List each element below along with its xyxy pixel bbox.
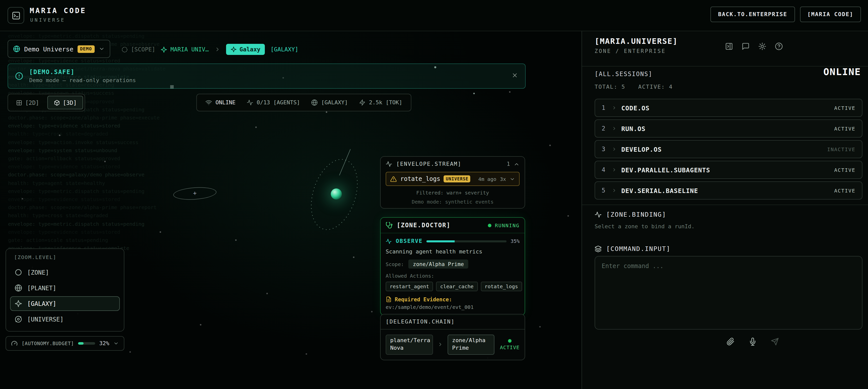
wifi-icon — [206, 99, 212, 106]
chevron-right-icon — [612, 188, 617, 193]
envelope-stream-header: [ENVELOPE.STREAM] 1 — [381, 157, 525, 171]
starfield — [0, 31, 0, 32]
event-time: 4m ago — [478, 176, 496, 182]
universe-select-label: Demo Universe — [24, 45, 73, 53]
help-icon[interactable] — [775, 42, 783, 50]
zone-binding-header: [ZONE.BINDING] — [595, 211, 666, 218]
status-level: [GALAXY] — [311, 99, 348, 106]
view-2d-button[interactable]: [2D] — [9, 96, 45, 109]
sessions-online-status: ONLINE — [824, 66, 861, 77]
breadcrumb-scope[interactable]: [SCOPE] — [121, 46, 155, 53]
chevron-down-icon[interactable] — [113, 340, 119, 346]
session-name: RUN.OS — [621, 125, 646, 132]
header-actions: BACK.TO.ENTERPRISE [MARIA CODE] — [711, 6, 861, 22]
chevron-right-icon — [612, 105, 617, 110]
envelope-count: 1 — [507, 161, 510, 167]
sparkle-icon — [161, 46, 167, 53]
autonomy-meter-fill — [78, 342, 84, 345]
collapse-sidebar-icon[interactable] — [725, 42, 733, 50]
zone-binding-hint: Select a zone to bind a runId. — [595, 223, 694, 230]
autonomy-percent: 32% — [99, 340, 109, 347]
cube-3d-icon — [54, 99, 60, 106]
chevron-right-icon — [612, 167, 617, 172]
terminal-icon — [11, 11, 21, 20]
session-row-dev-parallel-subagents[interactable]: 4 DEV.PARALLEL.SUBAGENTS ACTIVE — [595, 161, 863, 179]
delegation-to-chip[interactable]: zone/Alpha Prime — [447, 335, 494, 355]
breadcrumb-current-galaxy[interactable]: Galaxy — [226, 44, 265, 55]
envelope-filter-note: Filtered: warn+ severity — [381, 190, 525, 196]
microphone-icon[interactable] — [749, 338, 757, 346]
demo-banner-title: [DEMO.SAFE] — [29, 68, 136, 76]
universe-select[interactable]: Demo Universe DEMO — [7, 40, 110, 58]
session-row-run-os[interactable]: 2 RUN.OS ACTIVE — [595, 119, 863, 138]
gear-icon[interactable] — [758, 42, 766, 50]
doctor-progress-bar — [427, 240, 506, 242]
sessions-active-count: ACTIVE: 4 — [638, 84, 673, 90]
app-logo[interactable] — [7, 7, 24, 24]
chevron-right-icon — [612, 147, 617, 152]
all-sessions-label: [ALL.SESSIONS] — [595, 70, 652, 78]
paperclip-icon[interactable] — [726, 338, 735, 346]
app-title: MARIA CODE — [30, 6, 86, 14]
envelope-stream-panel: [ENVELOPE.STREAM] 1 rotate_logs UNIVERSE… — [380, 156, 525, 209]
gauge-icon — [11, 340, 18, 347]
command-input-header: [COMMAND.INPUT] — [595, 245, 671, 252]
plus-marker: + — [193, 189, 197, 197]
doctor-progress-fill — [427, 240, 455, 242]
view-3d-button[interactable]: [3D] — [47, 96, 83, 109]
close-icon[interactable] — [512, 72, 518, 79]
session-state: INACTIVE — [827, 146, 856, 152]
command-input[interactable] — [595, 256, 863, 330]
zoom-item-galaxy[interactable]: [GALAXY] — [10, 296, 120, 311]
session-number: 4 — [602, 166, 609, 173]
session-row-dev-serial-baseline[interactable]: 5 DEV.SERIAL.BASELINE ACTIVE — [595, 181, 863, 200]
chevron-right-icon — [214, 47, 220, 52]
warning-triangle-icon — [390, 176, 397, 182]
doctor-progress-percent: 35% — [510, 238, 520, 244]
event-scope-badge: UNIVERSE — [444, 175, 470, 182]
universe-canvas[interactable]: envelope: type=metric.dispatch status=pe… — [0, 31, 582, 389]
scope-value-chip: zone/Alpha Prime — [408, 260, 468, 269]
layers-icon — [595, 245, 602, 252]
session-row-develop-os[interactable]: 3 DEVELOP.OS INACTIVE — [595, 140, 863, 158]
autonomy-label: [AUTONOMY.BUDGET] — [22, 340, 74, 346]
zoom-item-planet[interactable]: [PLANET] — [10, 281, 120, 295]
maria-code-button[interactable]: [MARIA CODE] — [800, 6, 861, 22]
chevron-down-icon[interactable] — [509, 176, 515, 182]
zoom-item-zone[interactable]: [ZONE] — [10, 265, 120, 280]
chat-icon[interactable] — [742, 42, 750, 50]
session-name: CODE.OS — [621, 104, 650, 112]
session-name: DEVELOP.OS — [621, 145, 662, 153]
demo-safe-banner: [DEMO.SAFE] Demo mode — read-only operat… — [7, 63, 526, 89]
send-icon[interactable] — [771, 338, 779, 346]
zone-doctor-header: [ZONE.DOCTOR] RUNNING — [381, 218, 525, 233]
sessions-total: TOTAL: 5 — [595, 84, 625, 90]
session-name: DEV.SERIAL.BASELINE — [621, 187, 698, 194]
view-mode-toggle: [2D] [3D] — [7, 94, 85, 111]
event-repeat-count: 3x — [500, 176, 506, 182]
autonomy-budget[interactable]: [AUTONOMY.BUDGET] 32% — [5, 336, 124, 351]
session-row-code-os[interactable]: 1 CODE.OS ACTIVE — [595, 99, 863, 117]
breadcrumb-universe[interactable]: MARIA UNIV… — [161, 46, 209, 53]
zone-doctor-title: [ZONE.DOCTOR] — [397, 222, 451, 229]
session-number: 1 — [602, 104, 609, 111]
planet-node[interactable] — [331, 188, 342, 200]
breadcrumb-galaxy-code: [GALAXY] — [270, 46, 298, 53]
envelope-event-row[interactable]: rotate_logs UNIVERSE 4m ago 3x — [386, 172, 520, 186]
zone-doctor-panel: [ZONE.DOCTOR] RUNNING OBSERVE 35% Scanni… — [380, 217, 525, 316]
evidence-path: ev:/sample/demo/event/evt_001 — [386, 304, 520, 310]
grid-2d-icon — [16, 99, 22, 106]
top-bar: MARIA CODE UNIVERSE BACK.TO.ENTERPRISE [… — [0, 0, 868, 31]
autonomy-meter — [78, 342, 95, 345]
session-number: 3 — [602, 146, 609, 153]
session-name: DEV.PARALLEL.SUBAGENTS — [621, 166, 710, 174]
scope-label: Scope: — [386, 261, 404, 267]
zoom-item-universe[interactable]: [UNIVERSE] — [10, 312, 120, 327]
activity-icon — [386, 161, 392, 167]
session-state: ACTIVE — [834, 105, 856, 111]
session-number: 2 — [602, 125, 609, 132]
alert-circle-icon — [15, 72, 23, 80]
chevron-up-icon[interactable] — [514, 161, 520, 167]
back-to-enterprise-button[interactable]: BACK.TO.ENTERPRISE — [711, 6, 795, 22]
delegation-from-chip[interactable]: planet/Terra Nova — [386, 335, 433, 355]
